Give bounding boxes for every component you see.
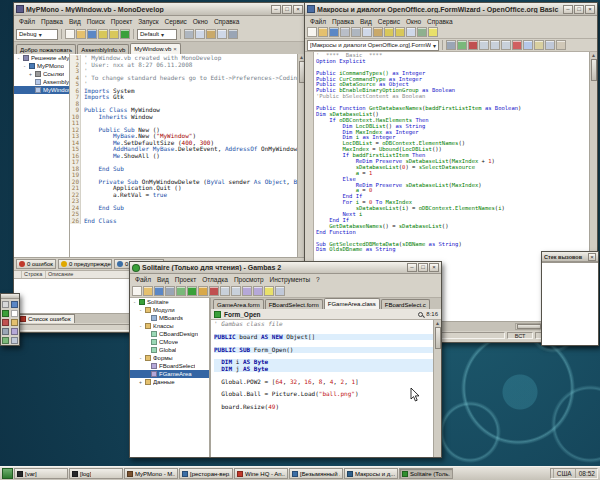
menu-Вид[interactable]: Вид (154, 276, 172, 283)
grid-tool-icon[interactable] (11, 337, 18, 344)
taskbar-item[interactable]: [Безымянный ... (289, 468, 343, 479)
keyboard-layout-indicator[interactable]: США (557, 470, 572, 477)
menu-Файл[interactable]: Файл (16, 18, 38, 25)
new-project-icon[interactable] (132, 286, 142, 296)
help-icon[interactable] (428, 27, 438, 37)
help-browser-icon[interactable] (264, 286, 274, 296)
configuration-combo[interactable]: Debug (16, 29, 58, 40)
menu-Инструменты[interactable]: Инструменты (267, 276, 314, 283)
menu-Проект[interactable]: Проект (108, 18, 135, 25)
vertical-scrollbar[interactable]: ▲ (433, 320, 441, 457)
step-icon[interactable] (220, 286, 230, 296)
label-tool-icon[interactable] (11, 301, 18, 308)
select-tool-icon[interactable] (2, 301, 9, 308)
run-icon[interactable] (457, 40, 467, 50)
save-icon[interactable] (329, 27, 339, 37)
redo-icon[interactable] (395, 27, 405, 37)
tab-FBoardSelect.c[interactable]: FBoardSelect.c (381, 299, 430, 309)
object-catalog-icon[interactable] (534, 40, 544, 50)
menu-Поиск[interactable]: Поиск (84, 18, 108, 25)
menu-Просмотр[interactable]: Просмотр (231, 276, 267, 283)
pause-icon[interactable] (198, 286, 208, 296)
menu-?[interactable]: ? (313, 276, 323, 283)
tree-item-Формы[interactable]: -Формы (130, 354, 209, 362)
monodevelop-editor[interactable]: 1' MyWindow.vb created with MonoDevelop2… (70, 54, 305, 257)
close-tab-icon[interactable]: × (173, 46, 177, 52)
menu-Правка[interactable]: Правка (38, 18, 66, 25)
stop-icon[interactable] (468, 40, 478, 50)
tab-MyWindow.vb[interactable]: MyWindow.vb× (130, 43, 181, 54)
taskbar-item[interactable]: Макросы и д... (344, 468, 398, 479)
oobasic-titlebar[interactable]: Макросы и диалоги OpenOffice.org.FormWiz… (305, 3, 597, 16)
close-button[interactable]: × (585, 5, 595, 14)
tab-Добро пожаловать[interactable]: Добро пожаловать (16, 44, 76, 54)
combobox-tool-icon[interactable] (11, 319, 18, 326)
copy-icon[interactable] (362, 27, 372, 37)
open-icon[interactable] (76, 29, 86, 39)
scrollbar-thumb[interactable] (435, 327, 441, 349)
call-stack-list[interactable] (542, 262, 598, 345)
textbox-tool-icon[interactable] (11, 310, 18, 317)
refresh-icon[interactable] (176, 286, 186, 296)
menu-Окно[interactable]: Окно (190, 18, 211, 25)
paste-icon[interactable] (206, 29, 216, 39)
tree-item-Ссылки[interactable]: +Ссылки (14, 70, 69, 78)
tab-FGameArea.class[interactable]: FGameArea.class (324, 298, 380, 309)
column-header-icon[interactable] (14, 271, 22, 278)
project-properties-icon[interactable] (165, 286, 175, 296)
layout-combo[interactable]: Default (137, 29, 177, 40)
checkbox-tool-icon[interactable] (2, 319, 9, 326)
frame-tool-icon[interactable] (2, 328, 9, 335)
expand-icon[interactable]: + (28, 71, 33, 77)
search-icon[interactable] (418, 312, 423, 317)
redo-icon[interactable] (109, 29, 119, 39)
procedure-name[interactable]: Form_Open (224, 311, 260, 318)
step-out-icon[interactable] (501, 40, 511, 50)
tab-GameArea.form[interactable]: GameArea.form (213, 299, 264, 309)
tree-item-Global[interactable]: Global (130, 346, 209, 354)
menu-Файл[interactable]: Файл (132, 276, 154, 283)
button-tool-icon[interactable] (2, 310, 9, 317)
monodevelop-titlebar[interactable]: MyPMono - MyWindow.vb - MonoDevelop – □ … (14, 3, 305, 16)
step-into-icon[interactable] (490, 40, 500, 50)
maximize-button[interactable]: □ (282, 5, 292, 14)
start-menu-button[interactable] (2, 468, 13, 479)
tree-item-MBoards[interactable]: MBoards (130, 314, 209, 322)
new-file-icon[interactable] (65, 29, 75, 39)
library-combo[interactable]: [Макросы и диалоги OpenOffice.org].FormW… (307, 40, 439, 51)
open-icon[interactable] (318, 27, 328, 37)
tree-item-CBoardDesign[interactable]: CBoardDesign (130, 330, 209, 338)
gambas-editor[interactable]: ' Gambas class filePUBLIC board AS NEW O… (211, 320, 441, 457)
run-icon[interactable] (120, 29, 130, 39)
errors-filter-button[interactable]: 0 ошибок (16, 259, 56, 269)
minimize-button[interactable]: – (563, 5, 573, 14)
column-header-Строка[interactable]: Строка (22, 271, 46, 278)
compile-icon[interactable] (242, 286, 252, 296)
gambas-titlebar[interactable]: Solitaire (Только для чтения) - Gambas 2… (130, 262, 441, 274)
print-icon[interactable] (340, 27, 350, 37)
cut-icon[interactable] (184, 29, 194, 39)
forward-icon[interactable] (231, 286, 241, 296)
menu-Запуск[interactable]: Запуск (135, 18, 161, 25)
find-icon[interactable] (406, 27, 416, 37)
close-button[interactable]: × (429, 263, 439, 272)
find-icon[interactable] (217, 29, 227, 39)
tree-item-Данные[interactable]: +Данные (130, 378, 209, 386)
tree-item-Решение «MyPMono»[interactable]: -Решение «MyPMono» (14, 54, 69, 62)
copy-icon[interactable] (195, 29, 205, 39)
navigator-icon[interactable] (417, 27, 427, 37)
menu-Вид[interactable]: Вид (357, 18, 375, 25)
paste-icon[interactable] (373, 27, 383, 37)
collapse-icon[interactable]: - (138, 307, 143, 313)
error-list-dock-tab[interactable]: Список ошибок (16, 314, 75, 323)
menu-Файл[interactable]: Файл (307, 18, 329, 25)
maximize-button[interactable]: □ (574, 5, 584, 14)
menu-Справка[interactable]: Справка (211, 18, 243, 25)
macros-icon[interactable] (545, 40, 555, 50)
scrollbar-thumb[interactable] (591, 59, 597, 81)
taskbar-item[interactable]: MyPMono - М... (124, 468, 178, 479)
undo-icon[interactable] (98, 29, 108, 39)
breakpoint-icon[interactable] (512, 40, 522, 50)
new-document-icon[interactable] (307, 27, 317, 37)
close-button[interactable]: × (588, 253, 596, 261)
